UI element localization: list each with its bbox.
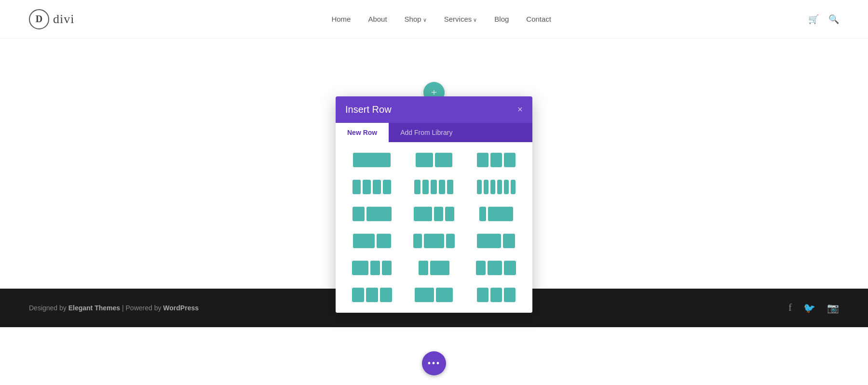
layout-5col[interactable] (407, 177, 462, 197)
logo-letter: D (36, 13, 42, 25)
layout-row6-c[interactable] (468, 285, 524, 305)
layout-large-small-2[interactable] (468, 231, 524, 251)
layout-2col[interactable] (407, 150, 462, 170)
layout-large-small[interactable] (344, 231, 400, 251)
layout-row5-a[interactable] (344, 258, 400, 278)
nav-link-services[interactable]: Services (444, 15, 477, 23)
layout-6col[interactable] (468, 177, 524, 197)
layout-4col[interactable] (344, 177, 400, 197)
layout-2-3-1-3[interactable] (468, 204, 524, 224)
nav-links: Home About Shop Services Blog Contact (331, 15, 551, 24)
footer-elegant: Elegant Themes (68, 304, 120, 312)
cart-icon[interactable]: 🛒 (808, 14, 819, 25)
modal-tabs: New Row Add From Library (336, 123, 532, 142)
dots-menu-button[interactable]: ••• (422, 351, 446, 375)
main-content: Designed by Elegant Themes | Powered by … (0, 39, 868, 385)
layout-row5-c[interactable] (468, 258, 524, 278)
layout-row6-b[interactable] (407, 285, 462, 305)
footer-wordpress: WordPress (163, 304, 199, 312)
instagram-icon[interactable]: 📷 (827, 302, 839, 314)
nav-item-services[interactable]: Services (444, 15, 477, 24)
nav-link-about[interactable]: About (368, 15, 387, 23)
logo-name: divi (53, 12, 74, 27)
nav-item-blog[interactable]: Blog (494, 15, 509, 24)
layout-1-3-2-3[interactable] (344, 204, 400, 224)
nav-link-home[interactable]: Home (331, 15, 351, 23)
layout-row5-b[interactable] (407, 258, 462, 278)
layout-small-large-small[interactable] (407, 231, 462, 251)
modal-header: Insert Row × (336, 96, 532, 123)
footer-social: f 🐦 📷 (788, 302, 839, 314)
insert-row-modal: Insert Row × New Row Add From Library (336, 96, 532, 313)
nav-item-contact[interactable]: Contact (526, 15, 551, 24)
nav-item-shop[interactable]: Shop (405, 15, 427, 24)
layout-row6-a[interactable] (344, 285, 400, 305)
modal-body (336, 142, 532, 313)
tab-add-from-library[interactable]: Add From Library (389, 123, 464, 142)
layout-equal-3col-v2[interactable] (407, 204, 462, 224)
dots-icon: ••• (427, 358, 440, 369)
modal-close-button[interactable]: × (517, 104, 523, 115)
nav-item-about[interactable]: About (368, 15, 387, 24)
nav-icons: 🛒 🔍 (808, 14, 839, 25)
nav-link-shop[interactable]: Shop (405, 15, 427, 23)
nav-link-blog[interactable]: Blog (494, 15, 509, 23)
navbar: D divi Home About Shop Services Blog Con… (0, 0, 868, 39)
logo[interactable]: D divi (29, 9, 74, 29)
nav-link-contact[interactable]: Contact (526, 15, 551, 23)
footer-text: Designed by Elegant Themes | Powered by … (29, 304, 199, 312)
twitter-icon[interactable]: 🐦 (803, 302, 815, 314)
facebook-icon[interactable]: f (788, 302, 792, 314)
layout-3col[interactable] (468, 150, 524, 170)
search-icon[interactable]: 🔍 (828, 14, 839, 25)
modal-title: Insert Row (345, 104, 392, 115)
logo-circle: D (29, 9, 49, 29)
tab-new-row[interactable]: New Row (336, 123, 389, 142)
layout-grid (344, 150, 524, 305)
layout-1col[interactable] (344, 150, 400, 170)
nav-item-home[interactable]: Home (331, 15, 351, 24)
